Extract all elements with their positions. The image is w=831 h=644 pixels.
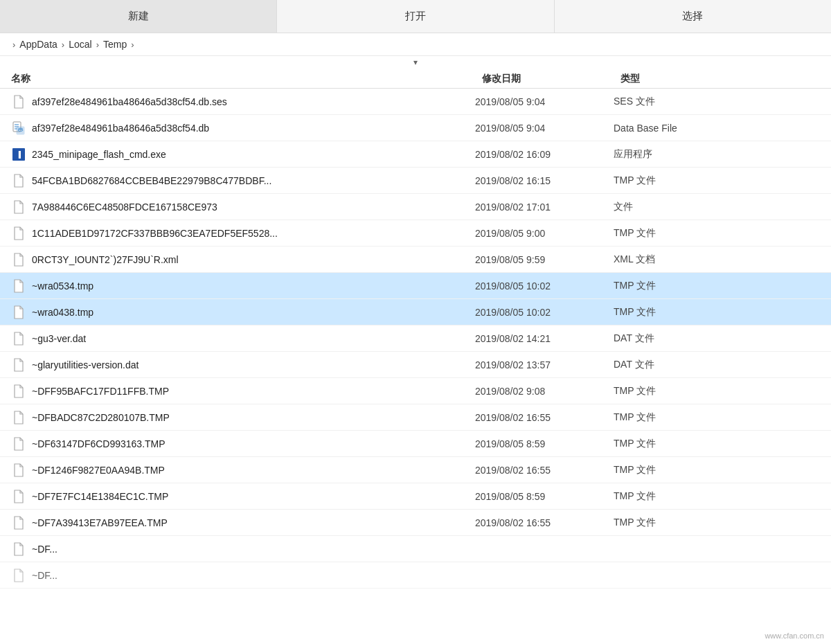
column-headers: 名称 修改日期 类型: [0, 70, 831, 89]
file-row-partial[interactable]: ~DF...: [0, 562, 831, 589]
file-row[interactable]: ~DF63147DF6CD993163.TMP2019/08/05 8:59TM…: [0, 431, 831, 457]
file-icon: [11, 226, 26, 241]
file-row[interactable]: ~DF7A39413E7AB97EEA.TMP2019/08/02 16:55T…: [0, 510, 831, 536]
file-type: TMP 文件: [614, 517, 724, 529]
file-date: 2019/08/05 10:02: [475, 280, 614, 292]
file-row[interactable]: af397ef28e484961ba48646a5d38cf54.db2019/…: [0, 115, 831, 141]
file-icon: [11, 120, 26, 136]
file-icon: [11, 568, 26, 583]
file-name: ~DF1246F9827E0AA94B.TMP: [32, 465, 475, 476]
file-date: 2019/08/05 9:00: [475, 228, 614, 239]
col-header-date[interactable]: 修改日期: [482, 73, 620, 85]
file-icon: [11, 515, 26, 530]
file-date: 2019/08/05 9:04: [475, 123, 614, 134]
file-type: TMP 文件: [614, 280, 724, 292]
file-icon: [11, 384, 26, 399]
file-date: 2019/08/05 9:04: [475, 96, 614, 107]
new-button[interactable]: 新建: [0, 0, 277, 33]
file-date: 2019/08/05 8:59: [475, 491, 614, 502]
breadcrumb-temp[interactable]: Temp: [103, 39, 127, 50]
file-row[interactable]: ~wra0438.tmp2019/08/05 10:02TMP 文件: [0, 299, 831, 325]
file-row[interactable]: ~DF1246F9827E0AA94B.TMP2019/08/02 16:55T…: [0, 457, 831, 483]
file-icon: [11, 173, 26, 188]
file-date: 2019/08/02 16:15: [475, 175, 614, 186]
file-row[interactable]: ~DF7E7FC14E1384EC1C.TMP2019/08/05 8:59TM…: [0, 483, 831, 510]
file-type: TMP 文件: [614, 175, 724, 187]
file-row[interactable]: 54FCBA1BD6827684CCBEB4BE22979B8C477BDBF.…: [0, 168, 831, 194]
file-date: 2019/08/05 10:02: [475, 307, 614, 318]
file-name: ~DF...: [32, 544, 475, 555]
file-row[interactable]: ~wra0534.tmp2019/08/05 10:02TMP 文件: [0, 273, 831, 299]
file-name: 54FCBA1BD6827684CCBEB4BE22979B8C477BDBF.…: [32, 175, 475, 186]
breadcrumb-sep-3: ›: [131, 39, 134, 50]
file-name: 0RCT3Y_IOUNT2`)27FJ9U`R.xml: [32, 254, 475, 265]
open-button[interactable]: 打开: [277, 0, 554, 33]
file-icon: [11, 357, 26, 373]
file-date: 2019/08/02 14:21: [475, 333, 614, 344]
file-name: ~DFBADC87C2D280107B.TMP: [32, 412, 475, 423]
file-date: 2019/08/05 8:59: [475, 438, 614, 449]
file-type: TMP 文件: [614, 227, 724, 240]
file-row[interactable]: ~DF...: [0, 536, 831, 562]
file-row[interactable]: ▐2345_minipage_flash_cmd.exe2019/08/02 1…: [0, 141, 831, 168]
col-header-name[interactable]: 名称: [11, 73, 482, 85]
file-date: 2019/08/02 16:09: [475, 149, 614, 160]
sort-arrow: ▾: [0, 56, 831, 70]
file-name: ~DF7E7FC14E1384EC1C.TMP: [32, 491, 475, 502]
file-icon: [11, 489, 26, 504]
file-icon: [11, 410, 26, 425]
file-date: 2019/08/02 17:01: [475, 202, 614, 213]
file-type: TMP 文件: [614, 438, 724, 450]
file-row[interactable]: ~DFF95BAFC17FD11FFB.TMP2019/08/02 9:08TM…: [0, 378, 831, 404]
file-type: DAT 文件: [614, 359, 724, 371]
file-icon: [11, 278, 26, 294]
file-type: 文件: [614, 201, 724, 213]
toolbar: 新建 打开 选择: [0, 0, 831, 33]
file-type: TMP 文件: [614, 411, 724, 424]
file-row[interactable]: ~DFBADC87C2D280107B.TMP2019/08/02 16:55T…: [0, 404, 831, 431]
file-date: 2019/08/02 16:55: [475, 412, 614, 423]
file-icon: [11, 436, 26, 451]
file-row[interactable]: ~glaryutilities-version.dat2019/08/02 13…: [0, 352, 831, 378]
breadcrumb: › AppData › Local › Temp ›: [0, 33, 831, 56]
file-type: DAT 文件: [614, 332, 724, 345]
file-icon: [11, 199, 26, 215]
file-name: ~wra0438.tmp: [32, 307, 475, 318]
file-type: TMP 文件: [614, 464, 724, 476]
file-name: ~DF63147DF6CD993163.TMP: [32, 438, 475, 449]
file-name: ~glaryutilities-version.dat: [32, 359, 475, 370]
file-type: Data Base File: [614, 123, 724, 134]
file-row[interactable]: ~gu3-ver.dat2019/08/02 14:21DAT 文件: [0, 325, 831, 352]
file-icon: [11, 463, 26, 478]
file-icon: [11, 94, 26, 109]
file-icon: [11, 305, 26, 320]
file-type: TMP 文件: [614, 490, 724, 503]
file-list: af397ef28e484961ba48646a5d38cf54.db.ses2…: [0, 89, 831, 589]
breadcrumb-appdata[interactable]: AppData: [19, 39, 57, 50]
file-name: af397ef28e484961ba48646a5d38cf54.db.ses: [32, 96, 475, 107]
file-type: SES 文件: [614, 96, 724, 108]
file-row[interactable]: 7A988446C6EC48508FDCE167158CE9732019/08/…: [0, 194, 831, 220]
file-name: ~wra0534.tmp: [32, 280, 475, 292]
file-name: ~DFF95BAFC17FD11FFB.TMP: [32, 386, 475, 397]
file-date: 2019/08/02 9:08: [475, 386, 614, 397]
file-icon: ▐: [11, 147, 26, 162]
select-button[interactable]: 选择: [555, 0, 831, 33]
file-name: ~DF7A39413E7AB97EEA.TMP: [32, 517, 475, 528]
col-header-type[interactable]: 类型: [620, 73, 731, 85]
file-row[interactable]: 1C11ADEB1D97172CF337BBB96C3EA7EDF5EF5528…: [0, 220, 831, 247]
file-date: 2019/08/05 9:59: [475, 254, 614, 265]
file-name: af397ef28e484961ba48646a5d38cf54.db: [32, 123, 475, 134]
watermark: www.cfan.com.cn: [765, 632, 824, 640]
breadcrumb-sep-start: ›: [12, 39, 15, 50]
file-type: 应用程序: [614, 148, 724, 161]
file-date: 2019/08/02 16:55: [475, 517, 614, 528]
breadcrumb-sep-2: ›: [96, 39, 99, 50]
file-row[interactable]: 0RCT3Y_IOUNT2`)27FJ9U`R.xml2019/08/05 9:…: [0, 247, 831, 273]
file-row[interactable]: af397ef28e484961ba48646a5d38cf54.db.ses2…: [0, 89, 831, 115]
file-icon: [11, 252, 26, 267]
file-name: ~DF...: [32, 570, 475, 581]
file-name: 7A988446C6EC48508FDCE167158CE973: [32, 202, 475, 213]
breadcrumb-local[interactable]: Local: [69, 39, 91, 50]
file-type: TMP 文件: [614, 306, 724, 319]
